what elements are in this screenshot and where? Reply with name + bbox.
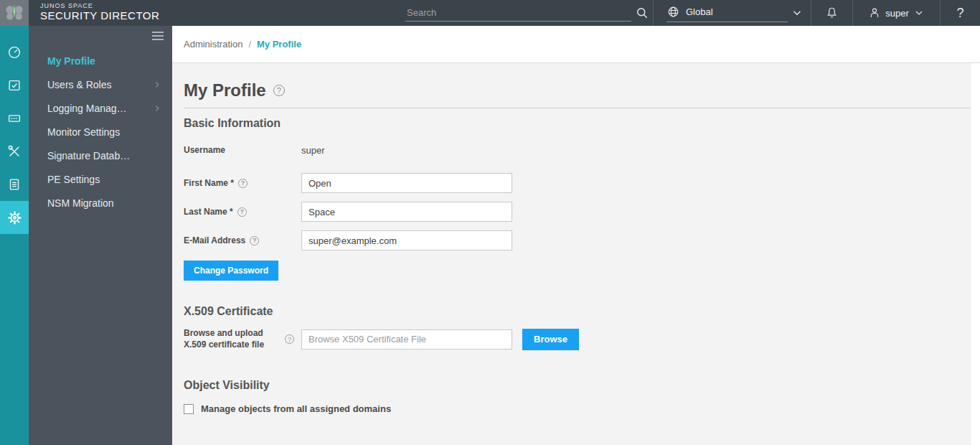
rail-item-monitor[interactable] bbox=[0, 69, 29, 102]
email-field[interactable] bbox=[301, 230, 512, 250]
sidebar-item-nsm-migration[interactable]: NSM Migration bbox=[29, 191, 172, 215]
product-brand: JUNOS SPACE SECURITY DIRECTOR bbox=[40, 3, 159, 22]
sidebar-menu: My Profile Users & Roles Logging Manag… … bbox=[29, 42, 172, 215]
page-help-icon[interactable]: ? bbox=[273, 85, 285, 96]
sidebar-item-label: Monitor Settings bbox=[47, 126, 162, 138]
object-visibility-heading: Object Visibility bbox=[184, 379, 969, 392]
change-password-button[interactable]: Change Password bbox=[184, 261, 278, 281]
search-icon bbox=[635, 6, 649, 20]
certificate-help-icon[interactable]: ? bbox=[285, 334, 294, 344]
top-bar: JUNOS SPACE SECURITY DIRECTOR bbox=[0, 0, 980, 26]
bell-icon bbox=[825, 6, 839, 20]
help-glyph: ? bbox=[956, 6, 963, 21]
last-name-label: Last Name * ? bbox=[184, 207, 301, 217]
rail-item-reports[interactable] bbox=[0, 168, 29, 201]
rail-item-configure[interactable] bbox=[0, 135, 29, 168]
first-name-field[interactable] bbox=[301, 173, 512, 193]
last-name-help-icon[interactable]: ? bbox=[237, 207, 247, 217]
search-input[interactable] bbox=[405, 4, 631, 22]
certificate-upload-row: Browse and upload X.509 certificate file… bbox=[184, 328, 969, 350]
email-row: E-Mail Address ? bbox=[184, 230, 969, 250]
username-value: super bbox=[301, 145, 325, 156]
globe-icon bbox=[666, 5, 680, 19]
last-name-field[interactable] bbox=[301, 202, 512, 222]
search-button[interactable] bbox=[631, 2, 653, 24]
sidebar-item-users-roles[interactable]: Users & Roles bbox=[29, 72, 172, 96]
sidebar-item-label: My Profile bbox=[47, 55, 162, 67]
first-name-help-icon[interactable]: ? bbox=[238, 179, 248, 188]
chevron-down-icon bbox=[913, 7, 925, 19]
junos-space-logo bbox=[0, 0, 29, 26]
help-button[interactable]: ? bbox=[941, 0, 980, 26]
monitor-check-icon bbox=[6, 78, 22, 93]
cert-label-line2: X.509 certificate file bbox=[184, 339, 264, 351]
sidebar-item-label: NSM Migration bbox=[47, 197, 162, 209]
global-search bbox=[405, 0, 653, 26]
username-label: Username bbox=[184, 145, 301, 155]
domain-selector[interactable]: Global bbox=[654, 0, 811, 26]
sidebar-item-label: Signature Datab… bbox=[47, 150, 162, 161]
sidebar-item-label: Logging Manag… bbox=[47, 103, 152, 114]
manage-objects-label: Manage objects from all assigned domains bbox=[201, 403, 391, 414]
chevron-right-icon bbox=[152, 103, 162, 113]
first-name-label: First Name * ? bbox=[184, 178, 301, 188]
email-label: E-Mail Address ? bbox=[184, 235, 301, 245]
sidebar-item-my-profile[interactable]: My Profile bbox=[29, 49, 172, 72]
certificate-file-field[interactable] bbox=[301, 329, 512, 350]
basic-information-form: Username super First Name * ? Last Name … bbox=[184, 140, 969, 281]
basic-information-heading: Basic Information bbox=[184, 117, 969, 130]
email-help-icon[interactable]: ? bbox=[250, 236, 259, 245]
cert-label-line1: Browse and upload bbox=[184, 328, 264, 339]
sidebar-collapse-icon[interactable] bbox=[152, 32, 164, 42]
title-divider bbox=[184, 108, 971, 108]
sidebar-item-pe-settings[interactable]: PE Settings bbox=[29, 167, 172, 191]
chevron-right-icon bbox=[152, 80, 162, 90]
user-icon bbox=[868, 6, 881, 19]
sidebar-item-monitor-settings[interactable]: Monitor Settings bbox=[29, 120, 172, 144]
rail-item-devices[interactable] bbox=[0, 102, 29, 135]
page-title: My Profile bbox=[184, 80, 266, 100]
manage-objects-checkbox[interactable] bbox=[184, 404, 194, 414]
breadcrumb: Administration / My Profile bbox=[172, 26, 980, 63]
user-name-label: super bbox=[885, 8, 909, 19]
first-name-row: First Name * ? bbox=[184, 173, 969, 193]
nav-icon-rail bbox=[0, 26, 29, 445]
browse-button[interactable]: Browse bbox=[522, 329, 579, 350]
rail-item-dashboard[interactable] bbox=[0, 36, 29, 69]
manage-objects-row: Manage objects from all assigned domains bbox=[184, 403, 969, 414]
x509-certificate-heading: X.509 Certificate bbox=[184, 305, 969, 318]
sidebar-item-logging-management[interactable]: Logging Manag… bbox=[29, 96, 172, 120]
brand-security-director: SECURITY DIRECTOR bbox=[40, 10, 159, 22]
sidebar-item-label: PE Settings bbox=[47, 174, 162, 185]
main-content: Administration / My Profile My Profile ?… bbox=[172, 26, 980, 445]
administration-gear-icon bbox=[6, 210, 23, 226]
sidebar-item-label: Users & Roles bbox=[47, 79, 152, 90]
configure-tools-icon bbox=[6, 144, 22, 159]
dashboard-gauge-icon bbox=[6, 44, 22, 60]
certificate-upload-label: Browse and upload X.509 certificate file… bbox=[184, 328, 301, 350]
breadcrumb-administration[interactable]: Administration bbox=[184, 39, 242, 50]
last-name-row: Last Name * ? bbox=[184, 202, 969, 222]
chevron-down-icon bbox=[791, 6, 804, 19]
username-row: Username super bbox=[184, 140, 969, 160]
notifications-button[interactable] bbox=[811, 0, 852, 26]
scrollbar-track[interactable] bbox=[971, 63, 980, 445]
butterfly-logo-icon bbox=[4, 3, 25, 23]
sidebar-item-signature-database[interactable]: Signature Datab… bbox=[29, 144, 172, 167]
devices-icon bbox=[6, 111, 22, 126]
reports-document-icon bbox=[6, 177, 22, 192]
breadcrumb-my-profile: My Profile bbox=[257, 39, 301, 50]
rail-item-administration[interactable] bbox=[0, 201, 29, 234]
admin-sidebar: My Profile Users & Roles Logging Manag… … bbox=[29, 26, 172, 445]
breadcrumb-separator: / bbox=[248, 39, 251, 50]
user-menu[interactable]: super bbox=[853, 0, 940, 26]
domain-selected-label: Global bbox=[686, 6, 713, 17]
